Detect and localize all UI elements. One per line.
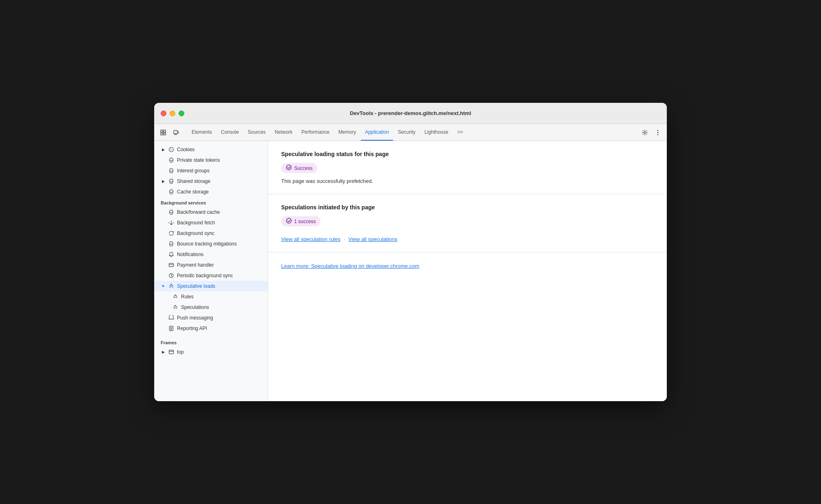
svg-point-20 (170, 190, 173, 193)
tab-memory[interactable]: Memory (334, 124, 360, 141)
push-messaging-icon (168, 315, 175, 321)
periodic-bg-sync-icon (168, 272, 175, 279)
svg-point-11 (657, 132, 659, 133)
close-button[interactable] (161, 111, 166, 116)
bg-fetch-icon (168, 219, 175, 226)
background-services-header: Background services (154, 197, 268, 207)
link-separator: · (344, 236, 345, 242)
sidebar-item-cookies[interactable]: ▶ Cookies (154, 144, 268, 155)
sidebar-item-cache-storage[interactable]: ▶ Cache storage (154, 187, 268, 197)
more-options-icon[interactable] (652, 127, 664, 138)
sidebar-item-bg-sync[interactable]: ▶ Background sync (154, 228, 268, 239)
payment-handler-icon (168, 262, 175, 268)
learn-more-link[interactable]: Learn more: Speculative loading on devel… (281, 263, 419, 269)
tab-more[interactable]: >> (453, 124, 467, 141)
frames-header: Frames (154, 337, 268, 347)
svg-point-27 (286, 165, 291, 170)
status-title: Speculative loading status for this page (281, 151, 654, 157)
shared-storage-label: Shared storage (177, 178, 264, 184)
top-frame-label: top (177, 349, 264, 355)
svg-rect-1 (161, 133, 163, 135)
sidebar: ▶ Cookies ▶ (154, 141, 268, 401)
svg-point-28 (286, 218, 291, 223)
device-icon[interactable] (170, 127, 182, 138)
sidebar-item-reporting-api[interactable]: ▶ Reporting API (154, 323, 268, 334)
speculation-links: View all speculation rules · View all sp… (281, 236, 654, 242)
view-all-speculations-link[interactable]: View all speculations (348, 236, 397, 242)
rules-icon (172, 293, 179, 300)
notifications-icon (168, 251, 175, 258)
speculative-loads-icon (168, 283, 175, 289)
tab-lighthouse[interactable]: Lighthouse (420, 124, 452, 141)
svg-point-17 (170, 158, 173, 161)
cache-storage-label: Cache storage (177, 189, 264, 195)
tabbar: Elements Console Sources Network Perform… (154, 124, 667, 141)
svg-rect-4 (174, 130, 177, 134)
sidebar-item-private-state[interactable]: ▶ Private state tokens (154, 155, 268, 165)
sidebar-item-top-frame[interactable]: ▶ top (154, 347, 268, 357)
tab-network[interactable]: Network (271, 124, 297, 141)
sidebar-item-shared-storage[interactable]: ▶ Shared storage (154, 176, 268, 187)
interest-groups-icon (168, 167, 175, 174)
reporting-api-label: Reporting API (177, 326, 264, 331)
traffic-lights (161, 111, 184, 116)
sidebar-item-periodic-bg-sync[interactable]: ▶ Periodic background sync (154, 270, 268, 281)
inspect-icon[interactable] (157, 127, 169, 138)
svg-point-22 (170, 242, 173, 245)
svg-point-18 (170, 169, 173, 172)
interest-groups-label: Interest groups (177, 168, 264, 174)
bounce-tracking-icon (168, 241, 175, 247)
tab-performance[interactable]: Performance (297, 124, 334, 141)
sidebar-item-notifications[interactable]: ▶ Notifications (154, 249, 268, 260)
bg-fetch-label: Background fetch (177, 220, 264, 226)
shared-storage-icon (168, 178, 175, 185)
sidebar-item-speculative-loads[interactable]: ▼ Speculative loads (154, 281, 268, 291)
bg-sync-label: Background sync (177, 230, 264, 236)
speculations-icon (172, 304, 179, 311)
bg-sync-icon (168, 230, 175, 237)
svg-point-15 (172, 150, 172, 150)
view-speculation-rules-link[interactable]: View all speculation rules (281, 236, 341, 242)
push-messaging-label: Push messaging (177, 315, 264, 321)
sidebar-item-speculations[interactable]: Speculations (154, 302, 268, 313)
settings-icon[interactable] (639, 127, 651, 138)
sidebar-item-bounce-tracking[interactable]: ▶ Bounce tracking mitigations (154, 239, 268, 249)
main-layout: ▶ Cookies ▶ (154, 141, 667, 401)
sidebar-item-rules[interactable]: Rules (154, 291, 268, 302)
svg-point-21 (170, 210, 173, 213)
tab-elements[interactable]: Elements (188, 124, 216, 141)
status-description: This page was successfully prefetched. (281, 178, 654, 184)
cache-storage-icon (168, 189, 175, 195)
speculations-title: Speculations initiated by this page (281, 204, 654, 211)
speculations-label: Speculations (181, 304, 264, 310)
speculations-badge-icon (286, 218, 292, 225)
speculative-loads-expand-icon: ▼ (161, 284, 166, 289)
svg-rect-3 (164, 133, 166, 135)
svg-rect-5 (178, 131, 179, 133)
sidebar-item-back-forward[interactable]: ▶ Back/forward cache (154, 207, 268, 217)
speculations-badge-text: 1 success (294, 219, 316, 224)
minimize-button[interactable] (170, 111, 175, 116)
status-section: Speculative loading status for this page… (268, 141, 667, 194)
svg-point-12 (657, 134, 659, 135)
tab-security[interactable]: Security (394, 124, 419, 141)
shared-storage-expand: ▶ (161, 179, 166, 184)
maximize-button[interactable] (179, 111, 184, 116)
sidebar-item-push-messaging[interactable]: ▶ Push messaging (154, 313, 268, 323)
cookies-icon (168, 146, 175, 153)
tab-application[interactable]: Application (361, 124, 393, 141)
sidebar-item-bg-fetch[interactable]: ▶ Background fetch (154, 217, 268, 228)
sidebar-item-interest-groups[interactable]: ▶ Interest groups (154, 165, 268, 176)
sidebar-item-payment-handler[interactable]: ▶ Payment handler (154, 260, 268, 270)
status-badge-text: Success (294, 165, 312, 171)
svg-point-14 (170, 148, 171, 149)
back-forward-icon (168, 209, 175, 215)
content-area: Speculative loading status for this page… (268, 141, 667, 401)
tab-console[interactable]: Console (217, 124, 243, 141)
speculations-badge: 1 success (281, 216, 321, 226)
tab-sources[interactable]: Sources (244, 124, 270, 141)
learn-more-section: Learn more: Speculative loading on devel… (268, 252, 667, 279)
svg-point-9 (644, 131, 646, 133)
speculative-loads-label: Speculative loads (177, 283, 264, 289)
svg-point-16 (170, 150, 171, 151)
